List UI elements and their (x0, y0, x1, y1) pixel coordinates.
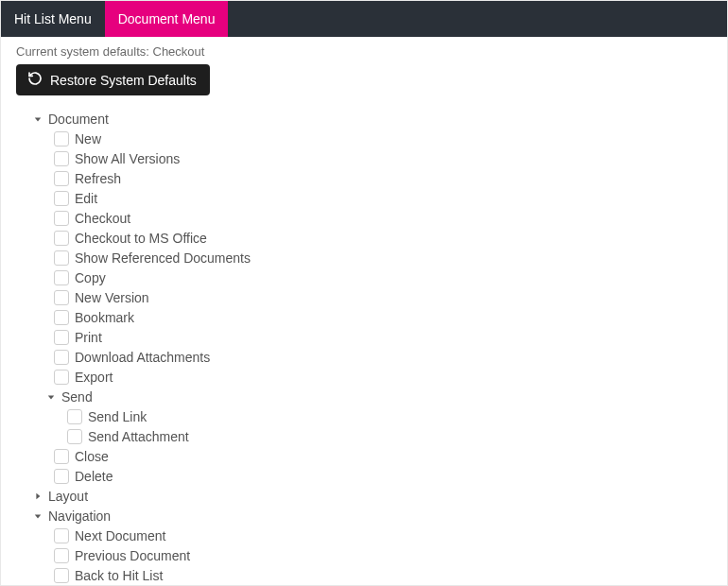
tree-item-label: Close (75, 449, 109, 464)
tree-node-send[interactable]: Send (16, 387, 712, 406)
tab-bar: Hit List Menu Document Menu (1, 1, 727, 37)
tree-item-delete: Delete (16, 466, 712, 486)
checkbox[interactable] (54, 449, 69, 464)
tree-node-label: Layout (48, 489, 88, 504)
tree-item-new: New (16, 129, 712, 148)
tab-document-menu[interactable]: Document Menu (105, 1, 229, 37)
tree-item-label: Send Attachment (88, 429, 189, 444)
checkbox[interactable] (67, 429, 82, 444)
checkbox[interactable] (54, 370, 69, 385)
caret-right-icon[interactable] (33, 491, 43, 501)
tree-item-edit: Edit (16, 188, 712, 208)
tree-item-label: Previous Document (75, 548, 190, 563)
svg-marker-3 (35, 514, 41, 518)
checkbox[interactable] (54, 151, 69, 166)
tree-node-label: Document (48, 112, 109, 127)
menu-tree: Document New Show All Versions Refresh E… (16, 109, 712, 586)
tree-item-label: New (75, 131, 101, 146)
tree-item-label: Refresh (75, 171, 121, 186)
tree-item-label: Next Document (75, 528, 165, 543)
tree-node-document[interactable]: Document (16, 109, 712, 129)
tree-item-label: Show Referenced Documents (75, 250, 251, 266)
tree-item-export: Export (16, 367, 712, 387)
checkbox[interactable] (54, 568, 69, 583)
current-system-defaults-label: Current system defaults: Checkout (16, 44, 712, 59)
tree-item-label: Edit (75, 191, 97, 206)
tree-item-checkout-ms-office: Checkout to MS Office (16, 228, 712, 248)
tree-item-refresh: Refresh (16, 168, 712, 188)
checkbox[interactable] (54, 469, 69, 484)
tab-hit-list-menu[interactable]: Hit List Menu (1, 1, 105, 37)
checkbox[interactable] (54, 270, 69, 285)
checkbox[interactable] (54, 548, 69, 563)
checkbox[interactable] (54, 310, 69, 325)
checkbox[interactable] (54, 211, 69, 226)
tree-item-print: Print (16, 327, 712, 347)
tree-item-send-attachment: Send Attachment (16, 426, 712, 446)
tree-item-close: Close (16, 446, 712, 466)
tree-node-label: Navigation (48, 508, 111, 524)
checkbox[interactable] (54, 191, 69, 206)
tree-item-checkout: Checkout (16, 208, 712, 228)
tree-item-next-document: Next Document (16, 526, 712, 545)
checkbox[interactable] (54, 131, 69, 146)
tree-item-label: Checkout to MS Office (75, 231, 207, 246)
restore-system-defaults-button[interactable]: Restore System Defaults (16, 64, 210, 95)
content-area: Current system defaults: Checkout Restor… (1, 37, 727, 586)
tree-item-previous-document: Previous Document (16, 545, 712, 565)
checkbox[interactable] (54, 231, 69, 246)
checkbox[interactable] (54, 171, 69, 186)
tree-item-label: Copy (75, 270, 106, 285)
tree-item-bookmark: Bookmark (16, 307, 712, 327)
tree-item-label: Print (75, 330, 102, 345)
tree-item-label: Show All Versions (75, 151, 180, 166)
caret-down-icon[interactable] (33, 114, 43, 124)
tree-node-layout[interactable]: Layout (16, 486, 712, 506)
tree-node-label: Send (61, 389, 93, 405)
tree-item-label: Back to Hit List (75, 568, 163, 583)
caret-down-icon[interactable] (46, 392, 56, 402)
tree-item-label: Bookmark (75, 310, 134, 325)
tree-item-label: Download Attachments (75, 350, 210, 365)
tree-item-send-link: Send Link (16, 406, 712, 426)
checkbox[interactable] (54, 350, 69, 365)
restore-button-label: Restore System Defaults (50, 73, 197, 88)
tree-item-download-attachments: Download Attachments (16, 347, 712, 367)
checkbox[interactable] (54, 250, 69, 266)
svg-marker-1 (48, 395, 54, 399)
svg-marker-0 (35, 117, 41, 121)
checkbox[interactable] (67, 409, 82, 424)
tree-item-back-to-hit-list: Back to Hit List (16, 565, 712, 585)
tree-item-show-all-versions: Show All Versions (16, 148, 712, 168)
undo-icon (27, 71, 43, 89)
tree-item-new-version: New Version (16, 287, 712, 307)
tree-node-navigation[interactable]: Navigation (16, 506, 712, 526)
svg-marker-2 (36, 492, 40, 498)
tree-item-label: Checkout (75, 211, 130, 226)
tree-item-label: Export (75, 370, 113, 385)
tree-item-show-referenced-documents: Show Referenced Documents (16, 248, 712, 267)
checkbox[interactable] (54, 528, 69, 543)
tree-item-label: Delete (75, 469, 113, 484)
checkbox[interactable] (54, 290, 69, 305)
tree-item-label: New Version (75, 290, 149, 305)
caret-down-icon[interactable] (33, 511, 43, 521)
tree-item-label: Send Link (88, 409, 147, 424)
checkbox[interactable] (54, 330, 69, 345)
tree-item-copy: Copy (16, 267, 712, 287)
